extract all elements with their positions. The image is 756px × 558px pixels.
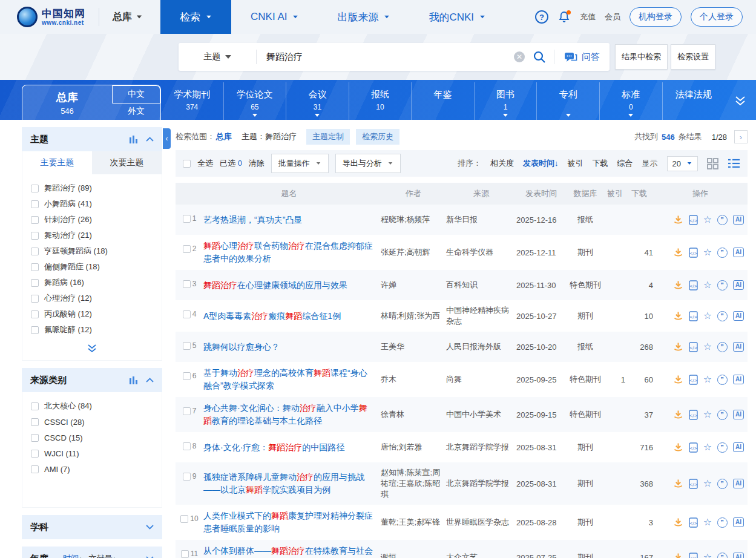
row-checkbox[interactable] — [183, 372, 191, 380]
result-source[interactable]: 生命科学仪器 — [446, 247, 516, 258]
database-tab[interactable]: 学位论文65 — [223, 82, 286, 120]
read-online-icon[interactable]: </> — [689, 479, 698, 489]
cite-icon[interactable]: ❞ — [717, 342, 728, 352]
download-icon[interactable] — [673, 375, 683, 385]
facet-checkbox[interactable] — [31, 185, 39, 192]
download-icon[interactable] — [673, 517, 683, 528]
facet-checkbox[interactable] — [31, 200, 39, 208]
download-icon[interactable] — [673, 479, 683, 489]
scope-value[interactable]: 总库 — [216, 131, 232, 142]
ai-icon[interactable]: AI — [733, 553, 744, 558]
cite-icon[interactable]: ❞ — [717, 479, 728, 489]
facet-checkbox-item[interactable]: 舞蹈治疗 (89) — [31, 180, 153, 196]
download-icon[interactable] — [673, 442, 683, 453]
row-checkbox[interactable] — [183, 442, 191, 450]
favorite-icon[interactable]: ☆ — [703, 280, 712, 290]
sort-option[interactable]: 综合 — [617, 158, 633, 169]
result-authors[interactable]: 林晴;利婧;张为西 — [381, 310, 446, 321]
row-checkbox[interactable] — [183, 280, 191, 288]
result-authors[interactable]: 王美华 — [381, 341, 446, 352]
read-online-icon[interactable]: </> — [689, 311, 698, 321]
favorite-icon[interactable]: ☆ — [703, 375, 712, 384]
batch-actions-button[interactable]: 批量操作 — [271, 154, 329, 173]
ai-icon[interactable]: AI — [733, 342, 744, 352]
read-online-icon[interactable]: </> — [689, 442, 698, 453]
sort-option[interactable]: 发表时间↓ — [523, 158, 559, 169]
ai-icon[interactable]: AI — [733, 410, 744, 419]
result-source[interactable]: 中国中小学美术 — [446, 409, 516, 420]
ai-icon[interactable]: AI — [733, 280, 744, 290]
result-authors[interactable]: 唐怡;刘若雅 — [381, 442, 446, 453]
favorite-icon[interactable]: ☆ — [703, 342, 712, 352]
search-icon[interactable] — [532, 50, 547, 64]
page-size-select[interactable]: 20 — [667, 156, 698, 171]
grid-view-icon[interactable] — [707, 158, 718, 169]
zongku-dropdown[interactable]: 总库 — [113, 11, 142, 24]
database-tab[interactable]: 报纸10 — [349, 82, 412, 120]
favorite-icon[interactable]: ☆ — [703, 215, 712, 225]
row-checkbox[interactable] — [183, 245, 191, 253]
result-authors[interactable]: 董乾;王美;郝军锋 — [381, 517, 446, 528]
facet-checkbox[interactable] — [31, 418, 39, 426]
year-sort-time[interactable]: 时间↓ — [63, 553, 83, 558]
row-checkbox[interactable] — [181, 550, 189, 558]
cite-icon[interactable]: ❞ — [717, 410, 728, 420]
topnav-item[interactable]: 检索 — [160, 0, 231, 34]
expand-more-icon[interactable] — [22, 339, 162, 360]
favorite-icon[interactable]: ☆ — [703, 311, 712, 321]
bell-icon[interactable] — [557, 10, 571, 24]
facet-checkbox-item[interactable]: 北大核心 (84) — [31, 398, 153, 414]
download-icon[interactable] — [673, 410, 683, 420]
result-source[interactable]: 大众文艺 — [446, 552, 516, 558]
result-source[interactable]: 百科知识 — [446, 280, 516, 290]
facet-checkbox[interactable] — [31, 434, 39, 442]
result-title-link[interactable]: 跳舞何以疗愈身心？ — [203, 342, 280, 352]
facet-checkbox[interactable] — [31, 232, 39, 240]
database-tab[interactable]: 法律法规 — [662, 82, 725, 120]
facet-checkbox-item[interactable]: CSCD (15) — [31, 430, 153, 445]
collapse-sidebar-icon[interactable]: ‹ — [163, 128, 171, 149]
stats-bars-icon[interactable] — [130, 376, 139, 384]
database-tab[interactable]: 会议31 — [286, 82, 349, 120]
ai-icon[interactable]: AI — [733, 517, 744, 527]
result-title-link[interactable]: 人类作业模式下的舞蹈康复护理对精神分裂症患者睡眠质量的影响 — [203, 511, 373, 533]
favorite-icon[interactable]: ☆ — [703, 479, 712, 488]
facet-checkbox-item[interactable]: 亨廷顿舞蹈病 (18) — [31, 243, 153, 259]
facet-checkbox-item[interactable]: 心理治疗 (12) — [31, 290, 153, 306]
facet-checkbox[interactable] — [31, 248, 39, 255]
tab-main-topic[interactable]: 主要主题 — [22, 151, 92, 174]
stats-bars-icon[interactable] — [130, 136, 139, 143]
clear-icon[interactable]: ✕ — [514, 51, 525, 62]
result-title-link[interactable]: 舞蹈心理治疗联合药物治疗在混合焦虑抑郁症患者中的效果分析 — [203, 241, 373, 263]
facet-checkbox-item[interactable]: AMI (7) — [31, 461, 153, 477]
select-all-label[interactable]: 全选 — [197, 158, 213, 169]
facet-checkbox-item[interactable]: 针刺治疗 (26) — [31, 212, 153, 228]
list-view-icon[interactable] — [728, 158, 740, 169]
download-icon[interactable] — [673, 342, 683, 352]
row-checkbox[interactable] — [180, 515, 188, 523]
facet-checkbox-item[interactable]: 舞蹈病 (16) — [31, 275, 153, 290]
sort-option[interactable]: 被引 — [568, 158, 583, 169]
result-source[interactable]: 人民日报海外版 — [446, 341, 516, 352]
download-icon[interactable] — [673, 248, 683, 258]
database-tab[interactable]: 图书1 — [474, 82, 537, 120]
download-icon[interactable] — [673, 280, 683, 290]
read-online-icon[interactable]: </> — [689, 553, 698, 558]
topnav-item[interactable]: 我的CNKI — [409, 0, 505, 34]
ai-icon[interactable]: AI — [733, 311, 744, 321]
result-authors[interactable]: 许婵 — [381, 280, 446, 290]
ai-icon[interactable]: AI — [733, 215, 744, 225]
ai-icon[interactable]: AI — [733, 442, 744, 452]
database-tab[interactable]: 标准0 — [599, 82, 662, 120]
topic-customize-button[interactable]: 主题定制 — [306, 129, 350, 145]
result-source[interactable]: 世界睡眠医学杂志 — [446, 517, 516, 528]
result-title-link[interactable]: 孤独症谱系障碍儿童舞动治疗的应用与挑战——以北京舞蹈学院实践项目为例 — [203, 472, 364, 494]
chevron-down-icon[interactable] — [146, 525, 154, 530]
result-authors[interactable]: 谢恒 — [381, 552, 446, 558]
facet-checkbox-item[interactable]: 舞动治疗 (21) — [31, 228, 153, 243]
cite-icon[interactable]: ❞ — [717, 248, 728, 258]
facet-checkbox[interactable] — [31, 402, 39, 410]
search-in-results-button[interactable]: 结果中检索 — [615, 44, 668, 70]
tab-secondary-topic[interactable]: 次要主题 — [92, 151, 162, 174]
recharge-link[interactable]: 充值 — [580, 11, 596, 22]
